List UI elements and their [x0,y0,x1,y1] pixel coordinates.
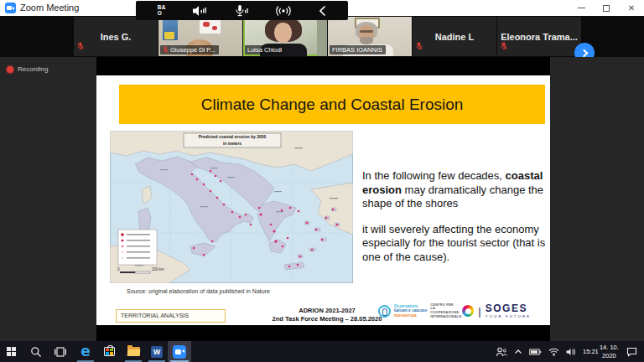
participant-name: Ines G. [101,32,132,42]
territorial-analysis-box: TERRITORIAL ANALYSIS [116,309,226,323]
maximize-button[interactable] [594,0,619,16]
paragraph-1: In the following few decades, coastal er… [362,169,547,211]
zoom-meeting-window: Zoom Meeting ✕ B& O [0,0,644,362]
speaker-volume-icon[interactable] [192,4,207,18]
wall-object-yellow [164,32,174,39]
audio-osd-toolbar: B& O [136,1,348,20]
notification-icon [626,347,637,357]
windows-logo-icon [7,347,16,356]
task-view-icon [55,347,66,357]
shared-screen: Climate Change and Coastal Erosion [96,57,550,341]
close-button[interactable]: ✕ [619,0,644,16]
broadcast-signal-icon[interactable] [275,4,292,18]
close-icon: ✕ [628,4,635,13]
people-icon [496,347,507,357]
people-tray-button[interactable] [492,341,511,362]
participant-name: Eleonora Trama... [501,32,578,42]
participant-name: Nadine L [435,32,474,42]
participant-tile-luisa[interactable]: Luisa Chiodi [243,17,327,56]
window-title: Zoom Meeting [20,3,79,13]
file-explorer-taskbar-button[interactable] [122,341,144,362]
volume-tray-button[interactable] [563,341,579,362]
taskbar-search-button[interactable] [25,341,47,362]
action-center-button[interactable] [623,341,644,362]
participant-tile-nadine[interactable]: Nadine L [413,17,496,56]
chevron-up-icon [514,349,522,355]
windows-taskbar: e W [0,341,644,362]
wifi-tray-button[interactable] [545,341,563,362]
participant-beard [360,37,373,44]
search-icon [30,346,42,358]
muted-mic-icon [77,39,84,54]
osservatorio-logo-icon [378,305,391,318]
window-controls: ✕ [569,0,644,16]
meeting-stage: Recording Climate Change and Coastal Ero… [0,57,644,341]
soges-ring-icon [462,305,474,317]
system-tray: 15:21 14. 10. 2020 [492,341,644,362]
next-participants-button[interactable] [574,43,595,57]
bang-olufsen-logo: B& O [158,5,166,17]
start-button[interactable] [0,341,22,362]
participant-face [274,23,292,43]
clock-date: 14. 10. 2020 [599,344,620,359]
paragraph-2: it will severely affecting the economy e… [362,223,547,265]
soges-logo-text: SOGES YOUR FUTURE [486,303,531,318]
coastal-erosion-map: Predicted coastal erosion by 2050 in met… [110,131,353,283]
edge-taskbar-button[interactable]: e [75,341,96,362]
minimize-icon [578,8,585,8]
participant-tile-giuseppe[interactable]: Giuseppe Di P... [158,17,242,56]
muted-mic-icon [163,46,169,54]
recording-dot-icon [7,66,13,73]
recording-indicator: Recording [7,65,48,73]
centro-cooperazione-logo-text: CENTRO PER LA COOPERAZIONE INTERNAZIONAL… [430,303,459,319]
wall-poster-map [199,18,221,34]
taskbar-clock[interactable]: 15:21 14. 10. 2020 [579,341,623,362]
zoom-app-icon [5,3,16,13]
participant-name-label: Giuseppe Di P... [160,45,219,55]
participant-glasses [360,30,373,33]
participant-name-label: FIRBAS IOANNIS [330,45,386,55]
muted-mic-icon [501,39,507,54]
show-hidden-icons-button[interactable] [511,341,526,362]
minimize-button[interactable] [569,0,594,16]
zoom-taskbar-button[interactable] [168,341,191,362]
muted-mic-icon [416,39,423,54]
recording-label: Recording [18,65,48,73]
participant-filmstrip: Ines G. Giuseppe Di P... [0,16,644,57]
edge-icon: e [80,344,91,359]
collapse-chevron-left-icon[interactable] [318,5,326,17]
participant-tile-eleonora[interactable]: Eleonora Trama... [497,17,581,56]
background-door [317,17,327,56]
slide-title: Climate Change and Coastal Erosion [201,96,464,114]
participant-tile-ines[interactable]: Ines G. [74,17,158,56]
map-title: Predicted coastal erosion by 2050 in met… [184,133,281,147]
microphone-icon[interactable] [234,4,249,18]
presentation-slide: Climate Change and Coastal Erosion [96,75,550,325]
wifi-icon [548,348,559,356]
folder-icon [127,347,140,356]
microsoft-store-icon [104,347,115,356]
participant-tile-firbas[interactable]: FIRBAS IOANNIS [328,17,412,56]
battery-tray-button[interactable] [526,341,545,362]
participant-name-label: Luisa Chiodi [245,45,285,55]
store-taskbar-button[interactable] [98,341,120,362]
map-source-note: Source: original elaboration of data pub… [127,287,278,295]
map-scale-label: 200 km [152,267,164,272]
speaker-icon [566,348,576,356]
slide-body-text: In the following few decades, coastal er… [362,169,547,264]
map-scale-zero: 0 [117,267,120,272]
battery-icon [529,348,542,356]
chevron-right-icon [579,49,588,57]
maximize-icon [603,5,610,12]
task-view-button[interactable] [49,341,71,362]
osservatorio-logo-text: Osservatorio balcani e caucaso transeuro… [394,304,427,318]
word-icon: W [151,346,163,358]
word-taskbar-button[interactable]: W [146,341,168,362]
slide-title-banner: Climate Change and Coastal Erosion [119,85,545,124]
clock-time: 15:21 [583,348,599,355]
partner-logos: Osservatorio balcani e caucaso transeuro… [378,300,531,322]
logo-separator: | [478,305,480,318]
zoom-icon [173,345,186,359]
